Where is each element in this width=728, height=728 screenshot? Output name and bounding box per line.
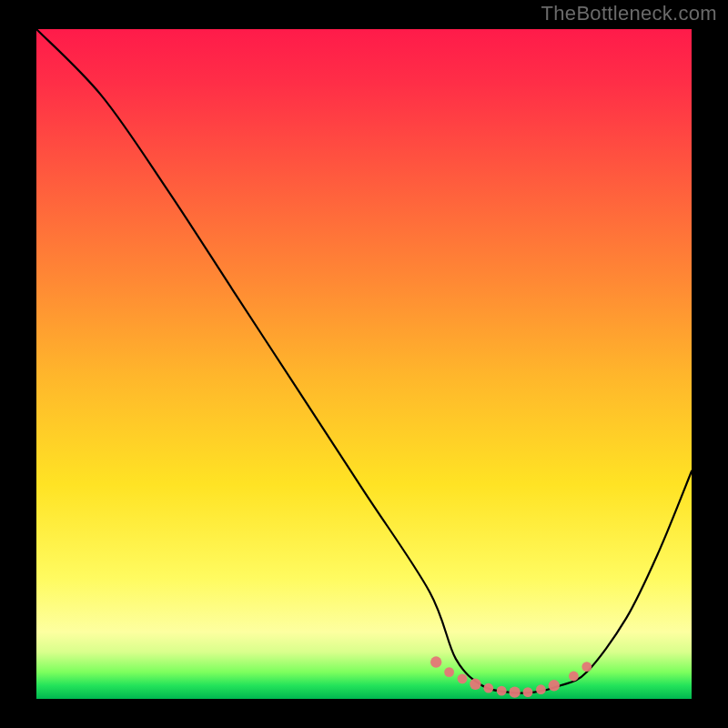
chart-container: TheBottleneck.com (0, 0, 728, 728)
watermark-text: TheBottleneck.com (541, 2, 717, 25)
plot-area (36, 29, 692, 699)
gradient-background (36, 29, 692, 699)
